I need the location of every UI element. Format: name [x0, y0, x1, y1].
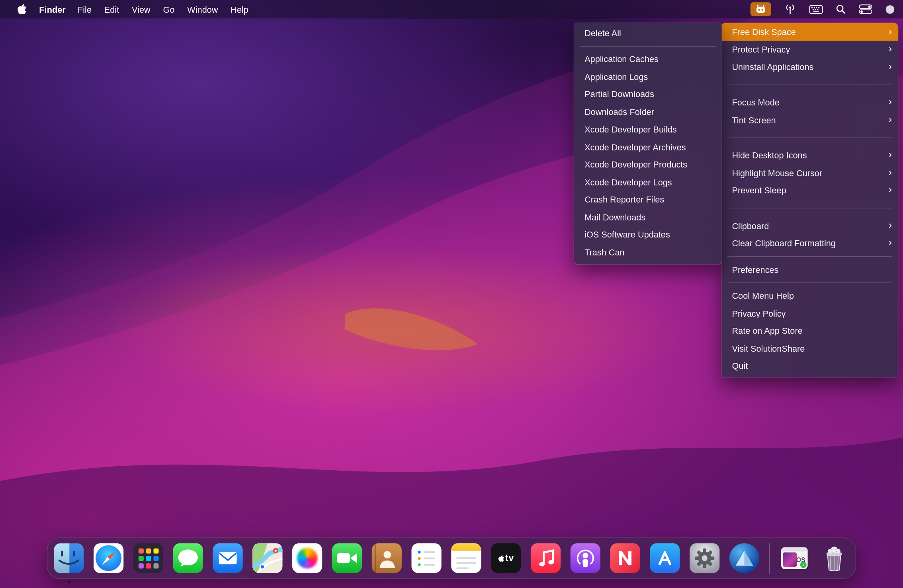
dock-trash-icon[interactable]: [819, 543, 849, 573]
dock-app-store-icon[interactable]: [650, 543, 680, 573]
submenu-item-ios-software-updates[interactable]: iOS Software Updates: [574, 226, 721, 243]
search-icon[interactable]: [836, 2, 846, 16]
menu-separator: [727, 208, 892, 208]
chevron-right-icon: [884, 184, 892, 195]
apple-menu[interactable]: [14, 4, 29, 15]
dock-notes-icon[interactable]: [451, 543, 481, 573]
finder-running-indicator: [68, 580, 70, 583]
submenu-item-application-caches[interactable]: Application Caches: [574, 51, 721, 68]
menu-item-clipboard[interactable]: Clipboard: [721, 217, 898, 234]
status-item-menu: Free Disk Space Protect Privacy Uninstal…: [721, 23, 898, 378]
submenu-item-application-logs[interactable]: Application Logs: [574, 68, 721, 86]
dock-contacts-icon[interactable]: [372, 543, 402, 573]
circle-icon[interactable]: [885, 2, 895, 16]
chevron-right-icon: [884, 25, 892, 36]
menubar-view[interactable]: View: [125, 4, 156, 14]
dock-macos-window-icon[interactable]: OS: [780, 543, 809, 573]
dock-separator: [769, 543, 770, 574]
circle-glyph-icon: [885, 4, 895, 14]
chevron-right-icon: [884, 96, 892, 107]
control-center-icon[interactable]: [859, 2, 873, 16]
menu-item-cool-menu-help[interactable]: Cool Menu Help: [721, 287, 898, 304]
menu-item-clear-clipboard-formatting[interactable]: Clear Clipboard Formatting: [721, 234, 898, 252]
dock-tv-icon[interactable]: tv: [491, 543, 521, 573]
apple-icon: [498, 555, 504, 562]
free-disk-space-submenu: Delete All Application Caches Applicatio…: [574, 23, 721, 264]
apple-icon: [16, 4, 26, 15]
menu-separator: [580, 46, 716, 46]
menu-item-tint-screen[interactable]: Tint Screen: [721, 111, 898, 129]
chevron-right-icon: [884, 166, 892, 177]
menubar-go[interactable]: Go: [157, 4, 181, 14]
menu-item-privacy-policy[interactable]: Privacy Policy: [721, 304, 898, 322]
dock-launchpad-icon[interactable]: [133, 543, 163, 573]
dock-mail-icon[interactable]: [213, 543, 242, 573]
submenu-item-trash-can[interactable]: Trash Can: [574, 243, 721, 261]
dock-system-preferences-icon[interactable]: [690, 543, 719, 573]
dock-photos-icon[interactable]: [292, 543, 322, 573]
menubar-window[interactable]: Window: [181, 4, 224, 14]
menu-separator: [727, 137, 892, 138]
dock-news-icon[interactable]: [610, 543, 640, 573]
chevron-right-icon: [884, 237, 892, 248]
submenu-item-xcode-developer-archives[interactable]: Xcode Developer Archives: [574, 138, 721, 156]
dock-blue-triangle-app-icon[interactable]: [729, 543, 759, 573]
menubar-file[interactable]: File: [71, 4, 98, 14]
chevron-right-icon: [884, 60, 892, 71]
menu-item-prevent-sleep[interactable]: Prevent Sleep: [721, 181, 898, 199]
dock-maps-icon[interactable]: [252, 543, 282, 573]
tv-glyph: tv: [505, 553, 514, 563]
dock-music-icon[interactable]: [531, 543, 561, 573]
menu-separator: [727, 282, 892, 282]
submenu-item-crash-reporter-files[interactable]: Crash Reporter Files: [574, 191, 721, 208]
submenu-item-mail-downloads[interactable]: Mail Downloads: [574, 208, 721, 226]
dock-messages-icon[interactable]: [173, 543, 203, 573]
menu-item-hide-desktop-icons[interactable]: Hide Desktop Icons: [721, 146, 898, 164]
status-items: [751, 2, 895, 16]
keyboard-glyph-icon: [809, 4, 823, 14]
menubar-edit[interactable]: Edit: [98, 4, 125, 14]
menubar-help[interactable]: Help: [224, 4, 254, 14]
photos-pinwheel: [297, 548, 318, 569]
dock-finder-icon[interactable]: [54, 543, 84, 573]
dock-safari-icon[interactable]: [94, 543, 123, 573]
menu-item-highlight-mouse-cursor[interactable]: Highlight Mouse Cursor: [721, 164, 898, 181]
robot-face-icon: [755, 5, 766, 14]
menu-item-focus-mode[interactable]: Focus Mode: [721, 93, 898, 111]
submenu-item-xcode-developer-products[interactable]: Xcode Developer Products: [574, 156, 721, 173]
window-titlebar: [781, 547, 808, 551]
submenu-item-xcode-developer-logs[interactable]: Xcode Developer Logs: [574, 173, 721, 191]
dock-podcasts-icon[interactable]: [571, 543, 600, 573]
menu-item-quit[interactable]: Quit: [721, 357, 898, 375]
menu-separator: [727, 84, 892, 85]
menu-item-visit-solutionshare[interactable]: Visit SolutionShare: [721, 339, 898, 357]
antenna-waves-icon: [784, 4, 797, 14]
chevron-right-icon: [884, 113, 892, 124]
menu-separator: [727, 256, 892, 257]
antenna-icon[interactable]: [784, 2, 797, 16]
chevron-right-icon: [884, 219, 892, 230]
submenu-item-delete-all[interactable]: Delete All: [574, 24, 721, 42]
keyboard-icon[interactable]: [809, 2, 823, 16]
launchpad-grid: [133, 543, 163, 573]
toggles-icon: [859, 4, 873, 14]
chevron-right-icon: [884, 149, 892, 160]
dock-facetime-icon[interactable]: [332, 543, 362, 573]
magnifier-icon: [836, 4, 846, 14]
menu-bar: Finder File Edit View Go Window Help: [0, 0, 903, 18]
chevron-right-icon: [884, 43, 892, 54]
wallpaper-thumbnail: [783, 553, 797, 567]
cool-menu-app-icon[interactable]: [751, 2, 771, 16]
menubar-app-name[interactable]: Finder: [33, 4, 71, 14]
menu-item-protect-privacy[interactable]: Protect Privacy: [721, 41, 898, 58]
dock: tv: [47, 537, 856, 579]
menu-item-free-disk-space[interactable]: Free Disk Space: [721, 23, 898, 41]
download-badge-icon: [800, 562, 807, 568]
dock-reminders-icon[interactable]: [411, 543, 441, 573]
menu-item-uninstall-applications[interactable]: Uninstall Applications: [721, 58, 898, 76]
submenu-item-downloads-folder[interactable]: Downloads Folder: [574, 103, 721, 121]
submenu-item-partial-downloads[interactable]: Partial Downloads: [574, 86, 721, 103]
menu-item-rate-on-app-store[interactable]: Rate on App Store: [721, 322, 898, 339]
submenu-item-xcode-developer-builds[interactable]: Xcode Developer Builds: [574, 121, 721, 138]
menu-item-preferences[interactable]: Preferences: [721, 261, 898, 278]
